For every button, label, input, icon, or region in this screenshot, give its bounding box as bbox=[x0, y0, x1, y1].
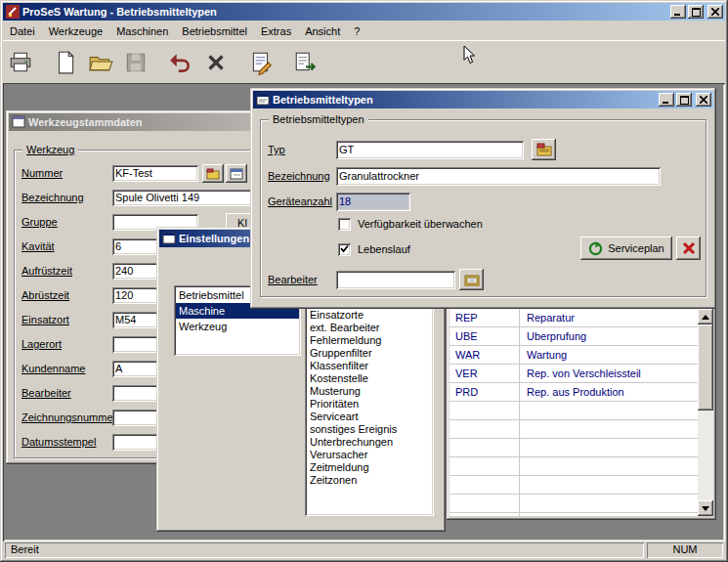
nummer-edit-button[interactable] bbox=[226, 164, 247, 183]
kundenname-label: Kundenname bbox=[21, 361, 85, 377]
betriebsmitteltypen-table[interactable]: REP Reparatur UBE Uberprufung WAR Wartun… bbox=[450, 309, 698, 516]
list-item[interactable]: Prioritäten bbox=[307, 398, 432, 411]
export-icon bbox=[293, 50, 319, 75]
notes-button[interactable] bbox=[243, 45, 278, 80]
list-item[interactable]: Zeitzonen bbox=[307, 474, 432, 487]
bezeichnung-field[interactable]: Spule Olivetti 149 bbox=[112, 190, 259, 206]
status-message: Bereit bbox=[5, 542, 644, 558]
list-item[interactable]: ext. Bearbeiter bbox=[307, 322, 432, 334]
kavitaet-label: Kavität bbox=[21, 238, 55, 255]
typ-label: Typ bbox=[268, 142, 285, 158]
undo-button[interactable] bbox=[163, 45, 198, 80]
minimize-button[interactable] bbox=[670, 5, 686, 19]
dialog-bearbeiter-field[interactable] bbox=[336, 271, 455, 289]
dialog-close-button[interactable] bbox=[696, 93, 711, 107]
table-row[interactable]: VER Rep. von Verschleissteil bbox=[450, 365, 698, 383]
dialog-bezeichnung-label: Bezeichnung bbox=[268, 168, 330, 185]
scrollbar-thumb[interactable] bbox=[698, 324, 713, 411]
save-button[interactable] bbox=[118, 45, 153, 80]
menu-ansicht[interactable]: Ansicht bbox=[298, 23, 347, 39]
verfuegbarkeit-checkbox[interactable] bbox=[338, 218, 351, 231]
werkzeugstammdaten-title: Werkzeugstammdaten bbox=[28, 116, 143, 128]
typ-lookup-button[interactable] bbox=[532, 139, 556, 160]
list-item[interactable]: Zeitmeldung bbox=[307, 461, 432, 474]
serviceplan-button[interactable]: Serviceplan bbox=[580, 237, 672, 260]
dialog-bezeichnung-field[interactable]: Granulattrockner bbox=[336, 167, 661, 186]
type-code-cell: WAR bbox=[450, 346, 519, 365]
main-titlebar[interactable]: ProSeS Wartung - Betriebsmitteltypen bbox=[3, 3, 725, 21]
red-x-icon bbox=[682, 241, 696, 255]
list-item[interactable]: Serviceart bbox=[307, 411, 432, 423]
list-item[interactable]: Musterung bbox=[307, 385, 432, 398]
einstellungen-listbox[interactable]: Einsatzorte ext. Bearbeiter Fehlermeldun… bbox=[305, 285, 434, 516]
datumsstempel-label: Datumsstempel bbox=[21, 434, 96, 451]
close-icon bbox=[711, 8, 719, 16]
table-row[interactable]: PRD Rep. aus Produktion bbox=[450, 383, 698, 402]
dialog-cancel-button[interactable] bbox=[676, 237, 701, 260]
list-item[interactable]: Kostenstelle bbox=[307, 372, 432, 385]
list-item[interactable]: Unterbrechungen bbox=[307, 436, 432, 449]
toolbar-separator bbox=[234, 45, 243, 80]
einsatzort-label: Einsatzort bbox=[21, 312, 69, 328]
list-item[interactable]: Gruppenfilter bbox=[307, 347, 432, 360]
bearbeiter-lookup-button[interactable] bbox=[459, 269, 484, 290]
list-item[interactable]: Werkzeug bbox=[176, 319, 299, 334]
table-vertical-scrollbar[interactable] bbox=[698, 309, 713, 516]
list-item[interactable]: sonstiges Ereignis bbox=[307, 423, 432, 436]
type-code-cell: VER bbox=[450, 365, 519, 383]
geraeteanzahl-label: Geräteanzahl bbox=[268, 194, 332, 210]
list-item[interactable]: Fehlermeldung bbox=[307, 334, 432, 347]
window-title: ProSeS Wartung - Betriebsmitteltypen bbox=[22, 6, 217, 18]
delete-button[interactable] bbox=[198, 45, 234, 80]
list-item[interactable]: Verursacher bbox=[307, 449, 432, 461]
dialog-minimize-button[interactable] bbox=[659, 93, 674, 107]
menu-betriebsmittel[interactable]: Betriebsmittel bbox=[175, 23, 254, 39]
lookup-icon bbox=[206, 168, 220, 180]
menubar: Datei Werkzeuge Maschinen Betriebsmittel… bbox=[3, 22, 725, 40]
list-item[interactable]: Klassenfilter bbox=[307, 360, 432, 372]
close-icon bbox=[700, 96, 707, 104]
maximize-icon bbox=[692, 8, 701, 17]
menu-datei[interactable]: Datei bbox=[3, 23, 42, 39]
menu-maschinen[interactable]: Maschinen bbox=[109, 23, 175, 39]
menu-hilfe[interactable]: ? bbox=[347, 23, 366, 39]
dialog-icon bbox=[256, 93, 270, 107]
dialog-group-label: Betriebsmitteltypen bbox=[269, 112, 368, 126]
delete-x-icon bbox=[203, 50, 229, 75]
dialog-title: Betriebsmitteltypen bbox=[273, 94, 373, 106]
new-button[interactable] bbox=[48, 45, 83, 80]
betriebsmitteltypen-dialog: Betriebsmitteltypen Betriebsmitteltypen … bbox=[250, 88, 716, 309]
scroll-up-button[interactable] bbox=[698, 309, 713, 324]
open-button[interactable] bbox=[83, 45, 118, 80]
list-item[interactable]: Einsatzorte bbox=[307, 309, 432, 322]
table-row[interactable]: WAR Wartung bbox=[450, 346, 698, 365]
aufruestzeit-label: Aufrüstzeit bbox=[21, 263, 72, 280]
print-icon bbox=[8, 50, 33, 75]
maximize-icon bbox=[680, 96, 689, 105]
nummer-field[interactable]: KF-Test bbox=[112, 165, 198, 182]
nummer-lookup-button[interactable] bbox=[202, 164, 224, 183]
maximize-button[interactable] bbox=[688, 5, 704, 19]
table-row[interactable]: REP Reparatur bbox=[450, 309, 698, 327]
num-lock-indicator: NUM bbox=[647, 542, 723, 558]
type-name-cell: Wartung bbox=[519, 346, 567, 365]
typ-field[interactable]: GT bbox=[336, 141, 524, 159]
table-row[interactable]: UBE Uberprufung bbox=[450, 327, 698, 346]
type-name-cell: Rep. aus Produktion bbox=[519, 383, 624, 402]
close-button[interactable] bbox=[707, 5, 723, 19]
print-button[interactable] bbox=[3, 45, 38, 80]
scroll-down-button[interactable] bbox=[698, 500, 713, 516]
einstellungen-title: Einstellungen bbox=[179, 233, 249, 244]
minimize-icon bbox=[663, 96, 670, 104]
verfuegbarkeit-checkbox-label: Verfügbarkeit überwachen bbox=[358, 218, 483, 231]
toolbar-separator bbox=[278, 45, 288, 80]
statusbar: Bereit NUM bbox=[3, 541, 725, 559]
lebenslauf-checkbox[interactable] bbox=[338, 243, 351, 256]
dialog-titlebar[interactable]: Betriebsmitteltypen bbox=[253, 91, 713, 108]
type-code-cell: UBE bbox=[450, 327, 519, 346]
export-button[interactable] bbox=[288, 45, 323, 80]
dialog-maximize-button[interactable] bbox=[676, 93, 692, 107]
menu-extras[interactable]: Extras bbox=[254, 23, 298, 39]
type-name-cell: Uberprufung bbox=[519, 327, 586, 346]
menu-werkzeuge[interactable]: Werkzeuge bbox=[42, 23, 109, 39]
